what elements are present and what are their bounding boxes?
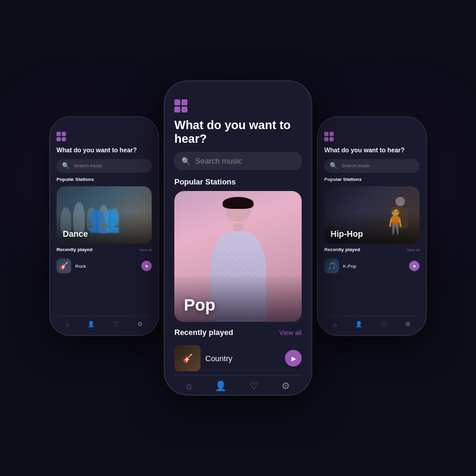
right-play-icon: ▶ [414,264,416,268]
center-recently-played-header: Recently played View all [174,328,302,337]
left-search-bar[interactable]: 🔍 Search music [57,159,152,173]
right-track-thumb: 🎵 [324,259,339,274]
left-page-title: What do you want to hear? [57,146,152,154]
center-nav-profile[interactable]: 👤 [215,380,227,392]
right-genre-label: Hip-Hop [330,229,363,239]
right-phone-notch [351,117,393,129]
left-track-thumb: 🎸 [57,259,71,274]
right-search-placeholder: Search music [342,163,370,168]
center-phone: What do you want to hear? 🔍 Search music… [164,80,312,396]
center-play-icon: ▶ [292,355,296,362]
left-station-card[interactable]: Dance [57,186,152,244]
left-play-button[interactable]: ▶ [141,261,152,271]
center-search-placeholder: Search music [195,156,242,165]
left-recently-played-title: Recently played [57,247,92,252]
right-bottom-nav: ⌂ 👤 ♡ ⚙ [324,316,419,330]
left-bottom-nav: ⌂ 👤 ♡ ⚙ [57,316,152,330]
right-nav-home[interactable]: ⌂ [333,321,337,328]
left-track-name: Rock [76,263,137,268]
right-track-name: K-Pop [343,263,405,268]
left-phone: What do you want to hear? 🔍 Search music… [49,116,159,336]
right-station-image: Hip-Hop [324,186,419,244]
left-play-icon: ▶ [146,264,148,268]
right-search-icon: 🔍 [330,162,337,170]
right-play-button[interactable]: ▶ [409,261,419,271]
center-page-title: What do you want to hear? [174,118,302,146]
right-station-card[interactable]: Hip-Hop [324,186,419,244]
left-grid-icon [57,132,66,142]
left-phone-content: What do you want to hear? 🔍 Search music… [50,129,158,335]
center-bottom-nav: ⌂ 👤 ♡ ⚙ [174,375,302,394]
center-nav-home[interactable]: ⌂ [186,381,192,392]
center-phone-notch [214,82,262,95]
right-track-item: 🎵 K-Pop ▶ [324,255,419,276]
right-page-title: What do you want to hear? [324,146,419,154]
right-phone: What do you want to hear? 🔍 Search music… [317,116,427,336]
left-station-image: Dance [57,186,152,244]
right-phone-content: What do you want to hear? 🔍 Search music… [318,129,425,335]
right-nav-favorites[interactable]: ♡ [381,321,387,327]
center-play-button[interactable]: ▶ [285,350,302,367]
left-phone-notch [83,117,125,129]
right-nav-profile[interactable]: 👤 [355,321,362,327]
right-grid-icon [324,132,334,142]
center-view-all[interactable]: View all [279,329,302,336]
center-track-thumb [174,345,201,371]
left-app-icon [57,132,152,142]
center-grid-icon [174,99,187,112]
center-phone-content: What do you want to hear? 🔍 Search music… [165,95,311,394]
left-nav-settings[interactable]: ⚙ [137,321,143,327]
right-search-bar[interactable]: 🔍 Search music [324,159,419,173]
left-nav-home[interactable]: ⌂ [65,321,69,328]
left-search-placeholder: Search music [74,163,102,168]
left-genre-label: Dance [62,229,87,239]
center-nav-settings[interactable]: ⚙ [281,380,290,392]
right-view-all[interactable]: View all [407,248,419,252]
right-recently-played-title: Recently played [324,247,360,252]
center-recently-played-title: Recently played [174,328,233,337]
phones-container: What do you want to hear? 🔍 Search music… [30,30,446,446]
center-search-icon: 🔍 [181,157,190,165]
right-app-icon [324,132,419,142]
center-station-card[interactable]: Pop [174,191,302,322]
right-nav-settings[interactable]: ⚙ [405,321,411,327]
right-recently-played-header: Recently played View all [324,247,419,252]
left-popular-stations-title: Popular Stations [57,177,152,182]
center-track-item: Country ▶ [174,342,302,375]
center-nav-favorites[interactable]: ♡ [250,380,258,392]
left-nav-profile[interactable]: 👤 [87,321,95,327]
center-track-name: Country [205,354,280,363]
center-popular-stations-title: Popular Stations [174,177,302,186]
center-genre-label: Pop [184,296,215,315]
left-view-all[interactable]: View all [139,248,152,252]
center-search-bar[interactable]: 🔍 Search music [174,152,302,170]
left-recently-played-header: Recently played View all [57,247,152,252]
center-app-icon [174,99,302,112]
left-track-item: 🎸 Rock ▶ [57,255,152,276]
left-nav-favorites[interactable]: ♡ [114,321,119,327]
left-search-icon: 🔍 [62,162,70,170]
right-popular-stations-title: Popular Stations [324,177,419,182]
